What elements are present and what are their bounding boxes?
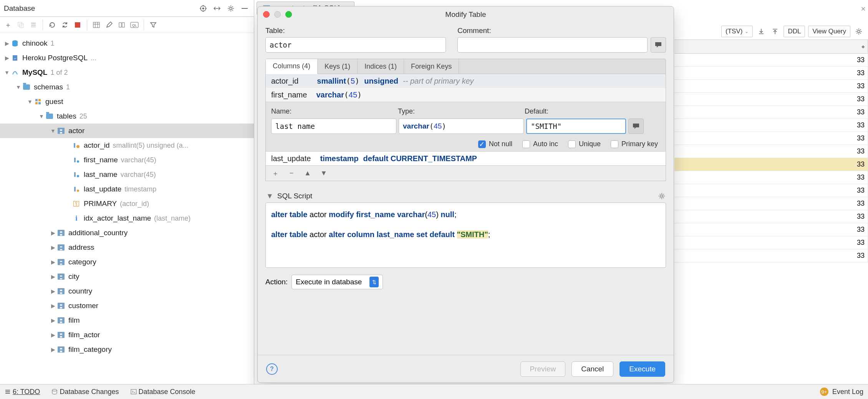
move-up-icon[interactable]: ▲ (302, 168, 313, 179)
event-log-button[interactable]: Event Log (832, 388, 863, 396)
dialog-titlebar[interactable]: Modify Table (258, 7, 674, 23)
column-list-item[interactable]: first_name varchar(45) (266, 88, 666, 102)
table-row[interactable]: 33 (674, 132, 868, 145)
expand-arrow-icon[interactable]: ▶ (3, 55, 11, 61)
gear-icon[interactable] (658, 193, 665, 200)
tree-node-table[interactable]: ▶ additional_country (0, 226, 254, 240)
tree-node-table[interactable]: ▶ country (0, 284, 254, 298)
column-name-input[interactable] (271, 119, 396, 134)
gear-icon[interactable] (853, 26, 864, 37)
collapse-arrow-icon[interactable]: ▼ (15, 84, 22, 90)
column-list-item[interactable]: last_update timestamp default CURRENT_TI… (266, 151, 666, 165)
data-grid-rows[interactable]: 33333333333333333333333333333333 (674, 54, 868, 262)
collapse-arrow-icon[interactable]: ▼ (38, 113, 45, 119)
tree-node-column[interactable]: last_name varchar(45) (0, 167, 254, 182)
table-cell[interactable]: 33 (674, 210, 868, 223)
tree-node-table[interactable]: ▶ film_actor (0, 328, 254, 342)
table-row[interactable]: 33 (674, 119, 868, 132)
tree-node-column[interactable]: actor_id smallint(5) unsigned (a... (0, 138, 254, 153)
stop-icon[interactable] (72, 19, 83, 31)
tab-foreign-keys[interactable]: Foreign Keys (404, 59, 459, 74)
table-cell[interactable]: 33 (674, 171, 868, 184)
table-name-input[interactable] (265, 37, 446, 53)
edit-icon[interactable] (103, 19, 115, 31)
collapse-arrow-icon[interactable]: ▼ (3, 69, 11, 76)
expand-arrow-icon[interactable]: ▶ (49, 259, 57, 265)
sync-icon[interactable] (59, 19, 71, 31)
expand-arrow-icon[interactable]: ▶ (49, 346, 57, 353)
tree-node-table[interactable]: ▶ film (0, 313, 254, 328)
download-icon[interactable] (756, 26, 767, 37)
tree-node-column[interactable]: first_name varchar(45) (0, 153, 254, 167)
action-select[interactable]: Execute in database ⇅ (292, 275, 383, 289)
tab-keys[interactable]: Keys (1) (318, 59, 358, 74)
primarykey-checkbox[interactable]: Primary key (611, 140, 658, 148)
expand-arrow-icon[interactable]: ▶ (49, 303, 57, 309)
target-icon[interactable] (198, 3, 209, 14)
column-header[interactable]: ◆ (674, 40, 868, 53)
tab-columns[interactable]: Columns (4) (266, 59, 318, 74)
cancel-button[interactable]: Cancel (571, 361, 613, 377)
upload-icon[interactable] (770, 26, 780, 37)
view-query-button[interactable]: View Query (808, 26, 850, 37)
expand-arrow-icon[interactable]: ▶ (49, 244, 57, 251)
comment-input[interactable] (457, 37, 648, 53)
sql-script-header[interactable]: ▼ SQL Script (265, 190, 666, 203)
table-cell[interactable]: 33 (674, 106, 868, 119)
table-row[interactable]: 33 (674, 223, 868, 236)
gear-icon[interactable] (225, 3, 236, 14)
table-cell[interactable]: 33 (674, 223, 868, 236)
table-cell[interactable]: 33 (674, 145, 868, 158)
table-row[interactable]: 33 (674, 249, 868, 262)
table-row[interactable]: 33 (674, 210, 868, 223)
table-row[interactable]: 33 (674, 80, 868, 93)
duplicate-icon[interactable] (15, 19, 27, 31)
table-row[interactable]: 33 (674, 197, 868, 210)
table-cell[interactable]: 33 (674, 67, 868, 79)
expand-arrow-icon[interactable]: ▶ (49, 288, 57, 294)
refresh-icon[interactable] (46, 19, 58, 31)
table-cell[interactable]: 33 (674, 197, 868, 210)
add-column-icon[interactable]: ＋ (270, 168, 281, 179)
table-cell[interactable]: 33 (674, 119, 868, 132)
tree-node-index[interactable]: i idx_actor_last_name (last_name) (0, 211, 254, 226)
column-default-input[interactable] (526, 119, 626, 134)
table-cell[interactable]: 33 (674, 249, 868, 262)
export-format-selector[interactable]: (TSV) ⌄ (721, 26, 753, 37)
expand-arrow-icon[interactable]: ▶ (49, 274, 57, 280)
expand-arrow-icon[interactable]: ▶ (49, 230, 57, 236)
table-cell[interactable]: 33 (674, 93, 868, 106)
close-window-icon[interactable] (263, 11, 270, 18)
comment-expand-button[interactable] (651, 37, 666, 53)
help-button[interactable]: ? (266, 363, 278, 375)
expand-arrow-icon[interactable]: ▶ (49, 332, 57, 338)
diff-icon[interactable] (116, 19, 128, 31)
sql-console-icon[interactable]: QL (129, 19, 140, 31)
execute-button[interactable]: Execute (620, 361, 665, 377)
tree-node-table[interactable]: ▶ film_category (0, 342, 254, 357)
filter-icon[interactable] (147, 19, 159, 31)
column-comment-button[interactable] (628, 119, 644, 134)
table-row[interactable]: 33 (674, 54, 868, 67)
notification-badge[interactable]: 9+ (820, 387, 828, 396)
tree-node-schemas[interactable]: ▼ schemas 1 (0, 80, 254, 94)
add-datasource-icon[interactable]: ＋ (2, 19, 14, 31)
tree-node-heroku[interactable]: ▶ Heroku PostgreSQL ... (0, 51, 254, 65)
column-type-input[interactable]: varchar(45) (399, 119, 524, 134)
tab-indices[interactable]: Indices (1) (358, 59, 404, 74)
tree-node-tables[interactable]: ▼ tables 25 (0, 109, 254, 124)
tree-node-table[interactable]: ▶ category (0, 255, 254, 269)
close-icon[interactable]: ✕ (861, 5, 866, 13)
table-cell[interactable]: 33 (674, 184, 868, 197)
notnull-checkbox[interactable]: ✓Not null (478, 140, 512, 148)
todo-tool-button[interactable]: 6: TODO (5, 388, 40, 396)
sql-script-editor[interactable]: alter table actor modify first_name varc… (265, 203, 666, 268)
tree-node-table[interactable]: ▶ city (0, 269, 254, 284)
tree-node-actor[interactable]: ▼ actor (0, 124, 254, 138)
database-tree[interactable]: ▶ chinook 1 ▶ Heroku PostgreSQL ... ▼ My… (0, 33, 254, 360)
table-row[interactable]: 33 (674, 171, 868, 184)
expand-arrow-icon[interactable]: ▶ (3, 40, 11, 46)
table-row[interactable]: 33 (674, 106, 868, 119)
table-view-icon[interactable] (91, 19, 102, 31)
tree-node-column[interactable]: last_update timestamp (0, 182, 254, 196)
